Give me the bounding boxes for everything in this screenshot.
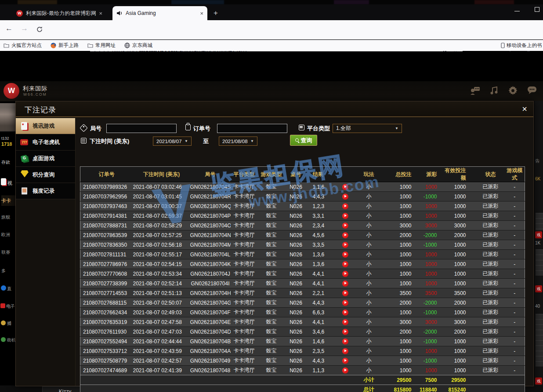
site-logo-icon[interactable]: W — [4, 83, 19, 99]
cell-order: 210807037989326 — [80, 182, 133, 192]
sidebar-item-2[interactable]: 桌面游戏 — [16, 151, 75, 167]
replay-video-icon[interactable] — [342, 184, 348, 190]
bet-button-fragment[interactable]: 戏 — [535, 285, 542, 292]
replay-video-icon[interactable] — [342, 281, 348, 287]
cell-platform: 卡卡湾厅 — [231, 250, 258, 259]
arcade-menu-fragment[interactable]: 街机 — [7, 337, 15, 343]
cell-game-type: 骰宝 — [258, 327, 285, 337]
cell-play-type: 小 — [355, 182, 383, 192]
cell-status: 已派彩 — [477, 356, 505, 366]
tab-close-icon[interactable]: × — [200, 10, 203, 17]
tab-close-icon[interactable]: × — [99, 10, 102, 17]
tab-lilai[interactable]: W 利来国际-最给力的老牌博彩网站 × — [12, 6, 106, 20]
table-game-icon — [20, 154, 29, 163]
cell-status: 已派彩 — [477, 279, 505, 288]
search-button[interactable]: 查询 — [290, 135, 317, 146]
new-tab-button[interactable]: + — [214, 9, 218, 18]
round-number-input[interactable] — [106, 124, 177, 133]
order-number-input[interactable] — [217, 124, 287, 133]
replay-video-icon[interactable] — [342, 348, 348, 354]
cell-payout: 1000 — [415, 259, 442, 269]
platform-type-label: 平台类型 — [307, 125, 330, 133]
cell-order: 210807037962956 — [80, 192, 133, 201]
replay-video-icon[interactable] — [342, 358, 348, 364]
window-minimize-button[interactable] — [514, 11, 520, 11]
bet-button-fragment[interactable]: 戏 — [535, 378, 542, 385]
bookmark-item[interactable]: 新手上路 — [51, 42, 79, 49]
menu-fragment[interactable]: 欧洲 — [1, 232, 10, 238]
tab-asia-gaming[interactable]: Asia Gaming × — [112, 6, 207, 20]
replay-video-icon[interactable] — [342, 194, 348, 200]
account-chat-icon[interactable] — [470, 86, 480, 95]
cell-time: 2021-08-07 03:02:46 — [133, 182, 190, 192]
bookmark-item[interactable]: 京东商城 — [124, 42, 152, 49]
deposit-link[interactable]: 存款 — [1, 159, 10, 165]
music-icon[interactable] — [490, 86, 499, 95]
fishing-menu-fragment[interactable]: 捕 — [7, 320, 11, 327]
sidebar-item-0[interactable]: 视讯游戏 — [16, 118, 75, 134]
column-header — [335, 167, 355, 182]
replay-video-icon[interactable] — [342, 309, 348, 316]
menu-fragment[interactable]: 旗舰 — [1, 214, 10, 220]
bookmark-item[interactable]: 常用网址 — [87, 42, 116, 49]
bet-button-fragment[interactable]: 戏 — [535, 231, 542, 238]
video-menu-fragment[interactable]: 视 — [7, 180, 12, 187]
cell-payout: -1000 — [415, 240, 442, 250]
replay-video-icon[interactable] — [342, 223, 348, 229]
cell-valid-bet: 1000 — [442, 211, 477, 221]
window-maximize-button[interactable] — [535, 7, 539, 12]
forward-button[interactable]: → — [21, 24, 28, 33]
replay-video-icon[interactable] — [342, 213, 348, 219]
replay-video-icon[interactable] — [342, 242, 348, 248]
bookmark-item[interactable]: 火狐官方站点 — [4, 42, 42, 49]
replay-video-icon[interactable] — [342, 252, 348, 258]
tag-icon — [81, 125, 87, 131]
titlebar-art — [18, 0, 57, 4]
replay-video-icon[interactable] — [342, 300, 348, 306]
cell-play-type: 小 — [355, 240, 383, 250]
replay-video-icon[interactable] — [342, 203, 348, 209]
cell-play-type: 小 — [355, 279, 383, 288]
replay-video-icon[interactable] — [342, 319, 348, 325]
cell-result: 2,2,1 — [307, 288, 335, 298]
cell-time: 2021-08-07 02:47:03 — [133, 327, 190, 337]
date-to-select[interactable]: 2021/08/08 ▼ — [219, 137, 257, 146]
cell-status: 已派彩 — [477, 317, 505, 327]
hall-menu-fragment[interactable]: 卡卡 — [1, 195, 15, 206]
reload-button[interactable] — [36, 26, 43, 33]
cell-play-type: 小 — [355, 317, 383, 327]
cell-payout: 1000 — [415, 346, 442, 356]
replay-video-icon[interactable] — [342, 367, 348, 374]
replay-video-icon[interactable] — [342, 271, 348, 277]
sidebar-item-3[interactable]: 积分查询 — [16, 167, 75, 183]
gear-icon[interactable] — [508, 86, 518, 95]
cell-total-bet: 3500 — [383, 288, 415, 298]
replay-video-icon[interactable] — [342, 232, 348, 238]
menu-fragment[interactable]: 多 — [1, 268, 6, 274]
sidebar-item-4[interactable]: 额度记录 — [16, 183, 75, 199]
live-menu-fragment[interactable]: 直 — [7, 286, 11, 292]
replay-video-icon[interactable] — [342, 329, 348, 335]
bookmark-item-mobile[interactable]: 移动设备上的书 — [501, 42, 543, 49]
cell-play-type: 小 — [355, 337, 383, 346]
replay-video-icon[interactable] — [342, 290, 348, 296]
replay-video-icon[interactable] — [342, 338, 348, 345]
sidebar-item-1[interactable]: 777电子老虎机 — [16, 134, 75, 151]
date-from-select[interactable]: 2021/08/07 ▼ — [153, 137, 192, 146]
replay-video-icon[interactable] — [342, 261, 348, 267]
cell-platform: 卡卡湾厅 — [231, 182, 258, 192]
cell-order: 210807027688115 — [80, 298, 133, 308]
table-row: 210807027533712 2021-08-07 02:43:59 GN02… — [80, 346, 525, 356]
back-button[interactable]: ← — [5, 24, 13, 33]
cell-time: 2021-08-07 02:49:03 — [133, 308, 190, 317]
cell-table: N026 — [285, 192, 307, 201]
platform-type-select[interactable]: 1.全部 ▼ — [333, 124, 402, 133]
electronic-menu-fragment[interactable]: 电子 — [6, 303, 15, 309]
table-row: 210807027508779 2021-08-07 02:42:57 GN02… — [80, 356, 525, 366]
menu-fragment[interactable]: 联赛 — [1, 249, 10, 255]
cell-payout: -1000 — [415, 308, 442, 317]
cell-table: N026 — [285, 250, 307, 259]
cell-valid-bet: 3500 — [442, 288, 477, 298]
chat-bubble-icon[interactable] — [527, 86, 537, 94]
close-icon[interactable]: × — [522, 104, 527, 114]
